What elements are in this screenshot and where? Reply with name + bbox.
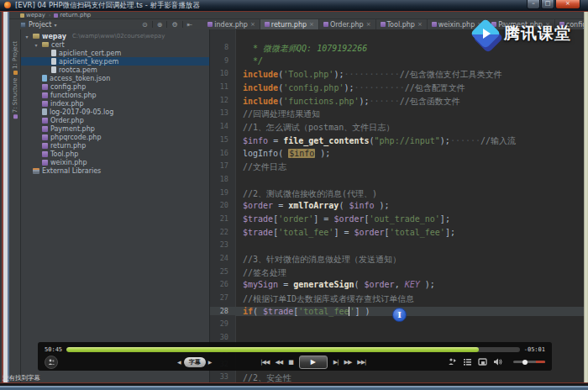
token-str: 'out_trade_no' [370,214,440,224]
code-line-23: 23 [210,240,584,254]
window-buttons: – □ × [527,0,580,9]
playlist-icon[interactable] [463,357,472,366]
tool-window-label: 7: Structure [12,78,18,113]
token-ws: ·········· [354,83,404,92]
editor-lines: 8 * 微微老师QQ: 10791922669 */10include('Too… [210,43,584,382]
token-str: 'order' [278,214,313,224]
tree-item-phpqrcode.php[interactable]: phpqrcode.php [21,133,209,141]
token-ws: ··········· [344,70,399,79]
tree-item-return.php[interactable]: return.php [21,141,209,150]
skip-forward-button[interactable]: ▶▶| [357,359,365,366]
maximize-button[interactable]: □ [541,0,554,9]
tree-item-label: index.php [50,100,84,108]
skip-back-button[interactable]: |◀◀ [260,359,269,366]
tab-Order.php[interactable]: Order.php× [319,19,376,29]
code-line-22: 22$trade['total_fee'] = $order['total_fe… [210,228,584,241]
code-text: //根据订单ID去数据库或者缓存查找订单信息 [235,293,584,305]
log-icon [42,108,47,115]
tree-item-cert[interactable]: ▾cert [21,40,209,49]
token-cmt: //包含微信支付工具类文件 [400,70,502,79]
play-button[interactable]: ▶ [299,356,328,369]
tree-item-External Libraries[interactable]: External Libraries [21,166,209,175]
tree-item-Payment.php[interactable]: Payment.php [21,124,209,133]
token-str: 'Tool.php' [283,70,333,79]
tab-close-icon[interactable]: × [250,21,255,28]
tab-close-icon[interactable]: × [309,21,314,28]
token-var: $order [354,228,384,237]
breadcrumb-label: wepay [26,12,45,18]
tree-item-access_token.json[interactable]: access_token.json [21,74,209,82]
tab-label: Order.php [330,21,364,29]
tree-item-index.php[interactable]: index.php [21,99,209,108]
token-cmt: //根据订单ID去数据库或者缓存查找订单信息 [243,294,414,303]
subtitle-next-button[interactable]: ▶ [208,359,213,365]
subtitle-button[interactable]: 字幕 [184,357,206,367]
stop-button[interactable]: ■ [288,359,293,366]
volume-slider[interactable] [513,361,545,363]
code-line-27: 27//根据订单ID去数据库或者缓存查找订单信息 [210,293,584,307]
token-pl: ( [339,201,349,210]
line-number: 17 [210,161,235,170]
tool-window-button-1: Project[interactable]: 1: Project [12,41,18,75]
tree-item-apiclient_key.pem[interactable]: apiclient_key.pem [21,57,209,66]
tab-return.php[interactable]: return.php× [260,19,319,29]
code-text: $mySign = generateSign( $order, KEY ); [235,280,584,289]
token-kw: include [243,83,278,92]
tab-close-icon[interactable]: × [417,21,423,28]
frame-step-button[interactable]: ▶| [333,359,339,366]
token-var: $trade [243,214,273,224]
code-text: logInfo( $info ); [235,149,584,158]
line-number: 18 [210,175,235,183]
rewind-button[interactable]: ◀◀ [275,359,282,366]
volume-knob[interactable] [522,360,528,365]
code-text: //回调处理结果通知 [235,108,584,120]
subtitle-prev-button[interactable]: ◀ [177,359,181,365]
token-pl: ); [333,70,344,79]
share-icon[interactable] [448,357,457,366]
code-editor[interactable]: 8 * 微微老师QQ: 10791922669 */10include('Too… [210,29,584,382]
video-area[interactable]: wepay›return.php Project ▾ ⊙⊕⚙⇤ index.ph… [9,12,584,382]
tree-item-Order.php[interactable]: Order.php [21,116,209,124]
token-doc: */ [243,56,263,66]
seek-bar[interactable] [66,347,520,352]
project-panel-header[interactable]: Project ▾ [9,19,142,29]
screenshot-icon[interactable] [478,357,487,366]
token-ws: ······ [370,97,400,106]
window-frame-bottom [0,382,588,390]
subtitle-selector: ◀ 字幕 ▶ [177,357,212,367]
volume-icon[interactable] [493,357,503,366]
tab-label: return.php [271,21,307,29]
tree-item-weixin.php[interactable]: weixin.php [21,158,209,166]
token-varhl: $info [288,149,315,158]
tool-window-button-7: Structure[interactable]: 7: Structure [12,78,18,119]
community-button[interactable] [45,356,58,369]
code-text: //2、安全性 [235,372,584,382]
tree-item-functions.php[interactable]: functions.php [21,91,209,99]
tree-item-rootca.pem[interactable]: rootca.pem [21,66,209,74]
breadcrumb-item-wepay[interactable]: wepay [20,12,45,18]
breadcrumb-item-return.php[interactable]: return.php [54,12,91,18]
token-fn: generateSign [293,280,354,289]
tree-item-apiclient_cert.pem[interactable]: apiclient_cert.pem [21,49,209,57]
close-button[interactable]: × [555,0,580,9]
code-text: //2、测试微信接收的消息(代理、) [235,188,584,200]
tab-close-icon[interactable]: × [366,21,371,28]
ide-content: 1: Project7: Structure ▾wepayC:\wamp\www… [9,29,584,382]
hide-panel-icon[interactable]: ⇤ [187,21,193,29]
php-icon [42,126,48,132]
tree-item-wepay[interactable]: ▾wepayC:\wamp\www\02course\wepay [21,32,209,40]
project-icon [20,22,26,28]
tab-Tool.php[interactable]: Tool.php× [376,19,428,29]
minimize-button[interactable]: – [527,0,540,9]
locate-file-icon[interactable]: ⊙ [142,21,148,29]
tree-item-config.php[interactable]: config.php [21,82,209,91]
fast-forward-button[interactable]: ▶▶ [344,359,352,366]
tree-item-Tool.php[interactable]: Tool.php [21,150,209,158]
settings-gear-icon[interactable]: ⚙ [171,21,177,29]
tab-index.php[interactable]: index.php× [203,19,260,29]
token-pl: , [395,280,405,289]
collapse-all-icon[interactable]: ⊕ [157,21,163,29]
tree-item-log-2017-09-05.log[interactable]: log-2017-09-05.log [21,108,209,116]
tool-window-mini-icon [13,114,18,119]
php-icon [42,134,48,140]
